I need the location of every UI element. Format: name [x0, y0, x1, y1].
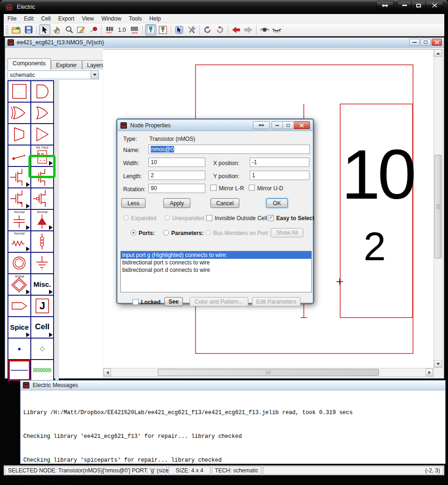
pan-button[interactable]	[51, 24, 63, 35]
dialog-minimize-button[interactable]	[272, 121, 283, 129]
port-list-item[interactable]: bidirectional port s connects to wire	[121, 259, 311, 266]
vertical-scroll-thumb[interactable]	[434, 155, 441, 258]
palette-item-spice[interactable]: Spice	[8, 317, 30, 338]
mirror-lr-checkbox[interactable]	[210, 185, 217, 191]
go-forward-button[interactable]	[243, 24, 254, 35]
zoom-button[interactable]	[63, 24, 75, 35]
palette-item-bus-pin[interactable]	[31, 339, 53, 359]
toggle-grid-button[interactable]	[104, 24, 115, 35]
cancel-button[interactable]: Cancel	[210, 198, 239, 208]
collapse-view-button[interactable]	[271, 24, 282, 35]
dialog-dock-button[interactable]	[253, 121, 270, 129]
invisible-outside-cell-checkbox[interactable]	[206, 215, 212, 221]
preferences-button[interactable]	[186, 24, 197, 35]
horizontal-scroll-thumb[interactable]	[158, 369, 379, 376]
dialog-close-button[interactable]	[294, 121, 310, 129]
menu-tools[interactable]: Tools	[125, 14, 146, 23]
menu-export[interactable]: Export	[55, 14, 78, 23]
palette-item-wire-pin[interactable]	[8, 339, 30, 359]
palette-item-nmos[interactable]	[8, 167, 30, 187]
unexpanded-radio[interactable]	[164, 215, 170, 221]
tab-components[interactable]: Components	[7, 58, 51, 69]
palette-item-misc[interactable]: Misc.	[31, 274, 53, 295]
ports-list[interactable]: input port g (Highlighted) connects to w…	[120, 251, 312, 292]
go-back-button[interactable]	[231, 24, 242, 35]
dropdown-arrow-button[interactable]	[91, 71, 98, 79]
menu-help[interactable]: Help	[146, 14, 165, 23]
scroll-up-button[interactable]	[434, 49, 442, 57]
rotation-field[interactable]: 90	[148, 184, 205, 193]
locked-checkbox[interactable]	[133, 299, 139, 305]
menu-view[interactable]: View	[78, 14, 98, 23]
palette-item-node-box[interactable]	[8, 81, 30, 102]
scroll-left-button[interactable]	[104, 368, 111, 376]
palette-item-ground[interactable]	[31, 253, 53, 273]
port-list-item[interactable]: input port g (Highlighted) connects to w…	[121, 251, 311, 259]
technology-dropdown[interactable]: schematic	[7, 70, 99, 79]
cell-restore-button[interactable]	[420, 39, 431, 46]
easy-to-select-checkbox[interactable]	[268, 215, 274, 221]
palette-item-wire-arc[interactable]	[8, 360, 30, 381]
palette-item-diode[interactable]: Normal	[31, 210, 53, 230]
menu-edit[interactable]: Edit	[20, 14, 37, 23]
menu-cell[interactable]: Cell	[37, 14, 55, 23]
name-field[interactable]: nmos@0	[148, 145, 310, 154]
tab-explorer[interactable]: Explorer	[51, 60, 82, 69]
redo-button[interactable]	[214, 24, 225, 35]
color-pattern-button[interactable]: Color and Pattern...	[189, 297, 248, 306]
edit-window-title-bar[interactable]: ee421_ecg621_f13:NMOS_IV{sch}	[5, 38, 444, 48]
bus-members-radio[interactable]	[205, 230, 211, 236]
less-button[interactable]: Less	[121, 198, 146, 208]
apply-button[interactable]: Apply	[163, 198, 190, 208]
measure-button[interactable]	[88, 24, 99, 35]
toolbar-drag-handle[interactable]	[6, 25, 8, 35]
palette-item-global[interactable]: Global	[8, 274, 30, 295]
ports-radio[interactable]	[131, 230, 136, 236]
canvas-vertical-scrollbar[interactable]	[434, 49, 442, 368]
dialog-title-bar[interactable]: Node Properties	[118, 120, 313, 131]
canvas-horizontal-scrollbar[interactable]	[103, 368, 434, 377]
cell-minimize-button[interactable]	[409, 39, 420, 46]
scroll-down-button[interactable]	[434, 360, 442, 367]
expand-view-button[interactable]	[259, 24, 270, 35]
select-objects-button[interactable]	[174, 24, 185, 35]
minimize-button[interactable]	[397, 1, 412, 10]
menu-file[interactable]: File	[4, 14, 20, 23]
palette-item-offpage[interactable]	[8, 296, 30, 316]
undo-button[interactable]	[202, 24, 213, 35]
edit-cell-button[interactable]	[76, 24, 87, 35]
dialog-restore-button[interactable]	[283, 121, 294, 129]
palette-item-power[interactable]	[8, 253, 30, 273]
close-button[interactable]	[426, 1, 443, 10]
palette-item-buffer[interactable]	[31, 124, 53, 145]
messages-title-bar[interactable]: Electric Messages	[21, 381, 445, 390]
palette-item-pmos[interactable]	[8, 188, 30, 209]
palette-item-mux[interactable]	[8, 124, 30, 145]
palette-item-capacitor[interactable]: Normal	[8, 210, 30, 230]
expanded-radio[interactable]	[123, 215, 129, 221]
cell-close-button[interactable]	[432, 39, 442, 46]
palette-item-cell[interactable]: Cell	[31, 317, 53, 338]
palette-item-xor-gate[interactable]	[31, 103, 53, 123]
width-field[interactable]: 10	[148, 158, 205, 167]
open-library-button[interactable]	[11, 24, 22, 35]
x-position-field[interactable]: -1	[250, 158, 309, 167]
palette-item-or-gate[interactable]	[8, 103, 30, 123]
port-list-item[interactable]: bidirectional port d connects to wire	[121, 266, 311, 274]
toggle-ports-button[interactable]	[145, 24, 156, 35]
window-dock-button[interactable]	[376, 1, 394, 10]
edit-parameters-button[interactable]: Edit Parameters	[252, 297, 301, 306]
ok-button[interactable]: OK	[266, 198, 288, 208]
palette-item-switch[interactable]	[8, 146, 30, 166]
see-button[interactable]: See	[164, 297, 183, 306]
select-cursor-button[interactable]	[39, 24, 50, 35]
save-library-button[interactable]	[23, 24, 34, 35]
grid-alignment-button[interactable]	[129, 24, 140, 35]
y-position-field[interactable]: 1	[250, 171, 309, 180]
palette-scrollbar[interactable]	[55, 80, 59, 381]
scroll-right-button[interactable]	[426, 368, 433, 376]
palette-item-pmos-bubble[interactable]	[31, 188, 53, 209]
palette-item-junction[interactable]: J	[31, 296, 53, 316]
toggle-exports-button[interactable]	[157, 24, 168, 35]
maximize-button[interactable]	[412, 1, 426, 10]
